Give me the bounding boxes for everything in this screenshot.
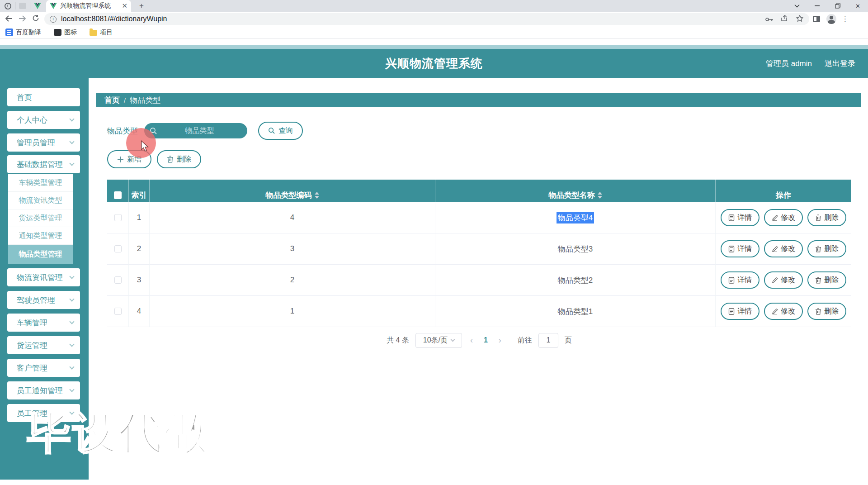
window-close-button[interactable]: ✕: [848, 0, 868, 12]
watermark-text: 毕设代做: [27, 404, 210, 463]
current-user-label: 管理员 admin: [766, 58, 812, 69]
select-all-checkbox[interactable]: [114, 191, 122, 199]
submenu-item-notice-type[interactable]: 通知类型管理: [8, 227, 73, 245]
pagination: 共 4 条 10条/页 ‹ 1 › 前往 页: [107, 333, 851, 348]
window-restore-button[interactable]: [827, 0, 848, 12]
bookmark-icons[interactable]: 图标: [54, 29, 77, 37]
row-checkbox[interactable]: [114, 276, 122, 284]
bookmark-baidu-translate[interactable]: 百度翻译: [5, 29, 41, 37]
submenu-item-vehicle-type[interactable]: 车辆类型管理: [8, 174, 73, 192]
chevron-down-icon: [69, 364, 74, 369]
sidebar-item-freight[interactable]: 货运管理: [7, 336, 80, 354]
sidebar-item-home[interactable]: 首页: [7, 88, 80, 106]
mouse-cursor-icon: [140, 140, 150, 152]
chevron-down-icon: [69, 296, 74, 301]
pencil-icon: [772, 214, 778, 221]
row-checkbox[interactable]: [114, 214, 122, 221]
detail-button[interactable]: 详情: [721, 303, 760, 320]
breadcrumb-separator: /: [124, 96, 126, 104]
site-info-icon[interactable]: i: [50, 16, 57, 23]
submenu-item-news-type[interactable]: 物流资讯类型: [8, 192, 73, 209]
query-button[interactable]: 查询: [258, 122, 303, 140]
sidebar-item-staff-notice[interactable]: 员工通知管理: [7, 381, 80, 399]
bookmarks-bar: 百度翻译 图标 项目: [0, 26, 868, 39]
vue-logo-icon[interactable]: [34, 3, 41, 9]
browser-toolbar: i localhost:8081/#/dictionaryWupin ⋮: [0, 12, 868, 26]
header-accent-strip: [0, 45, 868, 49]
delete-button[interactable]: 删除: [807, 240, 846, 257]
detail-button[interactable]: 详情: [721, 209, 760, 226]
submenu-item-freight-type[interactable]: 货运类型管理: [8, 209, 73, 227]
sidebar-item-logistics-news[interactable]: 物流资讯管理: [7, 268, 80, 286]
side-panel-icon[interactable]: [813, 16, 820, 22]
delete-button[interactable]: 删除: [807, 303, 846, 320]
chevron-down-icon: [69, 319, 74, 324]
pencil-icon: [772, 277, 778, 283]
goto-page-input[interactable]: [538, 333, 558, 348]
bookmark-project[interactable]: 项目: [90, 29, 113, 37]
sidebar-item-customer[interactable]: 客户管理: [7, 359, 80, 377]
edit-button[interactable]: 修改: [764, 209, 803, 226]
chevron-down-icon: [69, 161, 74, 166]
current-page[interactable]: 1: [481, 336, 491, 344]
globe-icon[interactable]: [5, 3, 11, 10]
action-toolbar: 新增 删除: [107, 150, 201, 168]
password-key-icon[interactable]: [765, 15, 773, 23]
delete-button[interactable]: 删除: [807, 209, 846, 226]
document-icon: [728, 214, 735, 221]
delete-button[interactable]: 删除: [807, 271, 846, 289]
sidebar-item-admin[interactable]: 管理员管理: [7, 133, 80, 152]
trash-icon: [815, 308, 821, 315]
table-row: 4 1 物品类型1 详情 修改 删除: [107, 296, 851, 327]
sort-icon[interactable]: [598, 192, 602, 199]
search-input[interactable]: [157, 127, 242, 135]
edit-button[interactable]: 修改: [764, 303, 803, 320]
sort-icon[interactable]: [315, 192, 319, 199]
row-checkbox[interactable]: [114, 308, 122, 315]
folder-icon: [90, 30, 97, 36]
url-text[interactable]: localhost:8081/#/dictionaryWupin: [61, 15, 758, 23]
browser-active-tab[interactable]: 兴顺物流管理系统 ✕: [46, 0, 131, 12]
reload-icon[interactable]: [29, 14, 42, 24]
row-checkbox[interactable]: [114, 245, 122, 252]
breadcrumb-home[interactable]: 首页: [104, 95, 120, 105]
url-bar[interactable]: i localhost:8081/#/dictionaryWupin: [44, 13, 809, 25]
edit-button[interactable]: 修改: [764, 240, 803, 257]
table-row: 1 4 物品类型4 详情 修改 删除: [107, 202, 851, 233]
edit-button[interactable]: 修改: [764, 271, 803, 289]
page-size-select[interactable]: 10条/页: [415, 333, 462, 348]
submenu-item-item-type-active[interactable]: 物品类型管理: [8, 245, 73, 264]
logout-link[interactable]: 退出登录: [825, 58, 855, 69]
tab-favicon-vue-icon: [50, 3, 57, 9]
app-title: 兴顺物流管理系统: [0, 49, 868, 78]
forward-icon[interactable]: [15, 14, 29, 24]
back-icon[interactable]: [2, 14, 15, 24]
search-input-wrap: [144, 123, 247, 138]
data-table: 索引 物品类型编码 物品类型名称 操作 1 4 物品类型4: [107, 180, 851, 327]
sidebar-item-vehicle[interactable]: 车辆管理: [7, 314, 80, 332]
bookmark-star-icon[interactable]: [796, 15, 804, 23]
profile-avatar[interactable]: [826, 14, 836, 24]
prev-page-button[interactable]: ‹: [468, 336, 475, 345]
detail-button[interactable]: 详情: [721, 271, 760, 289]
sidebar-item-personal[interactable]: 个人中心: [7, 111, 80, 129]
selected-text: 物品类型4: [557, 212, 594, 223]
sidebar-item-driver[interactable]: 驾驶员管理: [7, 291, 80, 309]
trash-icon: [167, 156, 174, 163]
browser-menu-icon[interactable]: ⋮: [842, 15, 849, 23]
goto-label: 前往: [518, 336, 532, 345]
tab-search-chevron-icon[interactable]: [787, 0, 807, 12]
chevron-down-icon: [69, 116, 74, 121]
next-page-button[interactable]: ›: [497, 336, 503, 345]
detail-button[interactable]: 详情: [721, 240, 760, 257]
tab-close-icon[interactable]: ✕: [122, 2, 127, 10]
sidebar-item-basicdata[interactable]: 基础数据管理: [7, 155, 80, 173]
trash-icon: [815, 246, 821, 252]
tab-title: 兴顺物流管理系统: [60, 2, 119, 10]
new-tab-button[interactable]: +: [137, 1, 146, 11]
pencil-icon: [772, 246, 778, 252]
pinned-tab-placeholder[interactable]: [19, 3, 26, 9]
window-minimize-button[interactable]: [807, 0, 827, 12]
batch-delete-button[interactable]: 删除: [157, 150, 201, 168]
share-icon[interactable]: [780, 15, 788, 23]
